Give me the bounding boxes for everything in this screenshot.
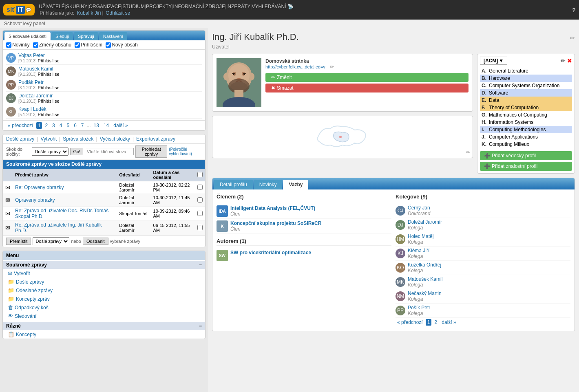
tab-novinky[interactable]: Novinky <box>254 180 283 189</box>
necasky-link[interactable]: Nečaský Martin <box>408 291 442 296</box>
page-link-6[interactable]: 6 <box>72 122 78 129</box>
acm-item-B[interactable]: B. Hardware <box>480 75 572 82</box>
acm-item-J[interactable]: J. Computer Applications <box>480 133 572 141</box>
acm-item-E[interactable]: E. Data <box>480 97 572 104</box>
prev-page-link[interactable]: « předchozí <box>6 122 35 129</box>
search-input[interactable] <box>85 148 134 155</box>
kolegove-next-link[interactable]: další » <box>440 319 457 326</box>
holec-link[interactable]: Holec Matěj <box>408 233 433 239</box>
matousek-link[interactable]: Matoušek Kamil <box>408 276 442 282</box>
message-link[interactable]: Re: Opraveny obrazky <box>15 185 64 190</box>
event-user-link[interactable]: Pudlák Petr <box>18 79 44 85</box>
sw-link[interactable]: SW pro vícekriteriální optimalizace <box>230 250 311 255</box>
map-edit-icon[interactable]: ✏ <box>466 150 470 155</box>
page-link-13[interactable]: 13 <box>92 122 101 129</box>
homepage-edit-icon[interactable]: ✏ <box>330 64 334 70</box>
page-link-4[interactable]: 4 <box>58 122 64 129</box>
koncepty-zprav-link[interactable]: 📁 Koncepty zpráv <box>8 296 200 302</box>
hide-left-panel-btn[interactable]: Schovat levý panel <box>0 20 579 28</box>
add-vedecky-profil-button[interactable]: ➕ Přidat vědecký profil <box>480 151 572 160</box>
odpadkovy-kos-link[interactable]: 🗑 Odpadkový koš <box>8 304 200 311</box>
toolbar-dosle-zpravy[interactable]: Došlé zprávy <box>6 136 34 142</box>
acm-item-D[interactable]: D. Software <box>480 89 572 97</box>
toolbar-vytvorit[interactable]: Vytvořit <box>40 136 57 142</box>
left-menu: Menu Soukromé zprávy − ✉ Vytvořit 📁 Došl… <box>2 251 206 339</box>
koncepty-misc-link[interactable]: 📋 Koncepty <box>8 331 200 337</box>
acm-item-F[interactable]: F. Theory of Computation <box>480 104 572 111</box>
acm-dropdown-icon[interactable]: ▼ <box>499 58 504 64</box>
folder-select[interactable]: Došlé zprávy <box>32 148 69 156</box>
acm-delete-icon-btn[interactable]: ✖ <box>567 57 572 64</box>
add-znalostni-profil-button[interactable]: ➕ Přidat znalostní profil <box>480 162 572 171</box>
acm-item-K[interactable]: K. Computing Milieux <box>480 141 572 148</box>
tab-sleduji[interactable]: Sleduji <box>51 32 73 40</box>
delete-profile-button[interactable]: ✖ Smazat <box>265 84 469 92</box>
acm-item-G[interactable]: G. Mathematics of Computing <box>480 111 572 119</box>
acm-item-I[interactable]: I. Computing Methodologies <box>480 126 572 133</box>
event-user-link[interactable]: Kvapil Luděk <box>18 106 46 112</box>
event-user-link[interactable]: Vojtas Peter <box>18 53 45 58</box>
homepage-link[interactable]: http://cyber.felk.cv...detailed=y <box>265 64 325 69</box>
kolegove-prev-link[interactable]: « předchozí <box>396 319 424 326</box>
tab-sledovane-udalosti[interactable]: Sledované události <box>4 32 51 40</box>
page-link-2[interactable]: 2 <box>43 122 49 129</box>
profile-edit-icon[interactable]: ✏ <box>570 35 575 41</box>
tab-detail-profilu[interactable]: Detail profilu <box>214 180 253 189</box>
message-link[interactable]: Re: Zpráva od uživatele Doc. RNDr. Tomáš… <box>15 208 108 219</box>
page-link-5[interactable]: 5 <box>65 122 71 129</box>
acm-item-A[interactable]: A. General Literature <box>480 67 572 75</box>
event-user-link[interactable]: Doležal Jaromír <box>18 93 53 99</box>
nav-studium[interactable]: STUDIUM <box>122 4 145 9</box>
edit-profile-button[interactable]: ✏ Změnit <box>265 73 469 82</box>
nav-logout-link[interactable]: Odhlásit se <box>106 10 130 16</box>
acm-edit-icon-btn[interactable]: ✏ <box>561 57 566 64</box>
page-link-1[interactable]: 1 <box>36 122 42 129</box>
page-link-7[interactable]: 7 <box>80 122 86 129</box>
message-link[interactable]: Re: Zpráva od uživatele Ing. Jiří Kubalí… <box>15 222 102 233</box>
nav-username-link[interactable]: Kubalík Jiří <box>77 10 101 16</box>
page-link-14[interactable]: 14 <box>102 122 110 129</box>
odeslane-zpravy-link[interactable]: 📁 Odeslané zprávy <box>8 287 200 293</box>
message-link[interactable]: Opraveny obrazky <box>15 197 55 203</box>
acm-item-C[interactable]: C. Computer Systems Organization <box>480 82 572 89</box>
cerny-link[interactable]: Černý Jan <box>408 205 430 211</box>
kolegove-page-2[interactable]: 2 <box>433 319 439 326</box>
tab-spravuji[interactable]: Spravuji <box>74 32 98 40</box>
nav-inzeraty[interactable]: INZERÁTY <box>226 4 250 9</box>
dosle-zpravy-link[interactable]: 📁 Došlé zprávy <box>8 279 200 285</box>
nav-organizace[interactable]: ORGANIZACE <box>89 4 121 9</box>
kuzelka-link[interactable]: Kuželka Ondřej <box>408 262 441 268</box>
next-page-link[interactable]: další » <box>112 122 129 129</box>
sosire-link[interactable]: Koncepční skupina projektu SoSIReCR <box>230 220 321 226</box>
advanced-search-link[interactable]: (Pokročilé vyhledávání) <box>169 147 202 156</box>
page-link-3[interactable]: 3 <box>51 122 57 129</box>
kolegove-page-1[interactable]: 1 <box>426 319 432 326</box>
move-folder-select[interactable]: Došlé zprávy <box>33 237 69 245</box>
nav-projekty[interactable]: PROJEKTY <box>146 4 172 9</box>
sledovani-link[interactable]: 👁 Sledování <box>8 313 200 319</box>
posik-link[interactable]: Pošík Petr <box>408 305 430 311</box>
tab-nastaveni[interactable]: Nastavení <box>99 32 128 40</box>
dolezal-link[interactable]: Doležal Jaromír <box>408 219 442 225</box>
toolbar-sprava-slozek[interactable]: Správa složek <box>63 136 93 142</box>
nav-vyhledavani[interactable]: VYHLEDÁVÁNÍ <box>252 4 286 9</box>
toolbar-exportovat-zpravy[interactable]: Exportovat zprávy <box>136 136 175 142</box>
row-subject: Re: Zpráva od uživatele Ing. Jiří Kubalí… <box>13 221 117 235</box>
nav-uzivatele[interactable]: UŽIVATELÉ <box>39 4 65 9</box>
ruzne-collapse-btn[interactable]: − <box>199 323 202 329</box>
go-button[interactable]: Go! <box>70 148 83 155</box>
search-button[interactable]: Prohledat zprávy <box>135 145 167 158</box>
ida-link[interactable]: Intelligent Data Analysis (FEL,ČVUT) <box>230 205 315 211</box>
klema-link[interactable]: Kléma Jiří <box>408 248 429 253</box>
nav-skupiny[interactable]: SKUPINY <box>66 4 88 9</box>
nav-informacni-zdroje[interactable]: INFORMAČNÍ ZDROJE <box>173 4 225 9</box>
tab-vazby[interactable]: Vazby <box>283 180 308 189</box>
delete-button[interactable]: Odstranit <box>83 238 108 245</box>
event-user-link[interactable]: Matoušek Kamil <box>18 66 53 72</box>
toolbar-vycistit-slozky[interactable]: Vyčistit složky <box>100 136 130 142</box>
section-collapse-btn[interactable]: − <box>199 262 202 268</box>
move-button[interactable]: Přemístit <box>6 238 31 245</box>
acm-item-H[interactable]: H. Information Systems <box>480 119 572 126</box>
help-button[interactable]: ? <box>572 7 576 13</box>
vytvorit-link[interactable]: ✉ Vytvořit <box>8 270 200 276</box>
